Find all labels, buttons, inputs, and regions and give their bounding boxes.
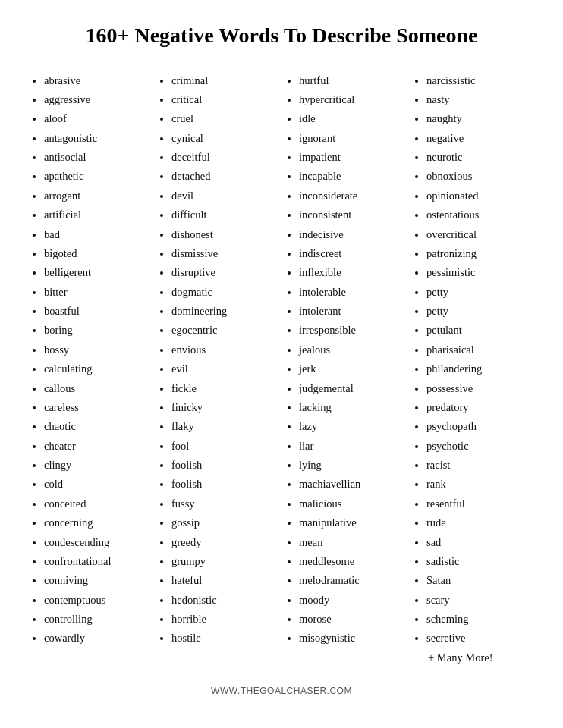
list-item: manipulative [299, 513, 405, 532]
list-item: boastful [44, 302, 150, 321]
list-item: Satan [426, 571, 533, 590]
list-item: detached [171, 167, 278, 186]
list-item: arrogant [44, 187, 150, 206]
list-item: malicious [299, 494, 405, 513]
list-item: egocentric [171, 321, 278, 340]
list-item: conniving [44, 571, 150, 590]
list-item: condescending [44, 533, 150, 552]
list-item: naughty [426, 109, 533, 128]
list-item: moody [299, 591, 405, 610]
list-item: psychotic [426, 437, 533, 456]
plus-more-label: + Many More! [413, 648, 533, 667]
list-item: philandering [426, 359, 533, 378]
list-item: finicky [171, 398, 278, 417]
list-item: careless [44, 398, 150, 417]
list-item: indecisive [299, 225, 405, 244]
list-item: opinionated [426, 187, 533, 206]
list-item: machiavellian [299, 475, 405, 494]
list-item: fussy [171, 494, 278, 513]
list-item: rude [426, 513, 533, 532]
list-item: hurtful [299, 71, 405, 90]
list-item: greedy [171, 533, 278, 552]
list-item: critical [171, 90, 278, 109]
list-item: possessive [426, 379, 533, 398]
list-item: grumpy [171, 552, 278, 571]
list-item: apathetic [44, 167, 150, 186]
list-item: resentful [426, 494, 533, 513]
list-item: intolerant [299, 302, 405, 321]
list-item: abrasive [44, 71, 150, 90]
word-columns: abrasiveaggressivealoofantagonisticantis… [30, 71, 533, 668]
list-item: nasty [426, 90, 533, 109]
list-item: dismissive [171, 244, 278, 263]
list-item: meddlesome [299, 552, 405, 571]
list-item: evil [171, 359, 278, 378]
list-item: jerk [299, 359, 405, 378]
list-item: chaotic [44, 417, 150, 436]
list-item: predatory [426, 398, 533, 417]
list-item: irresponsible [299, 321, 405, 340]
list-item: inflexible [299, 263, 405, 282]
list-item: racist [426, 456, 533, 475]
list-item: criminal [171, 71, 278, 90]
list-item: negative [426, 129, 533, 148]
list-item: petulant [426, 321, 533, 340]
list-item: fool [171, 437, 278, 456]
list-item: judgemental [299, 379, 405, 398]
list-item: petty [426, 283, 533, 302]
list-item: flaky [171, 417, 278, 436]
list-item: inconsiderate [299, 187, 405, 206]
column-2: criminalcriticalcruelcynicaldeceitfuldet… [158, 71, 278, 668]
list-item: deceitful [171, 148, 278, 167]
list-item: fickle [171, 379, 278, 398]
list-item: obnoxious [426, 167, 533, 186]
list-item: indiscreet [299, 244, 405, 263]
list-item: hypercritical [299, 90, 405, 109]
list-item: aloof [44, 109, 150, 128]
list-item: bossy [44, 340, 150, 359]
column-3: hurtfulhypercriticalidleignorantimpatien… [285, 71, 405, 668]
list-item: secretive [426, 629, 533, 648]
list-item: bitter [44, 283, 150, 302]
list-item: envious [171, 340, 278, 359]
list-item: boring [44, 321, 150, 340]
column-1: abrasiveaggressivealoofantagonisticantis… [30, 71, 150, 668]
list-item: cynical [171, 129, 278, 148]
list-item: gossip [171, 513, 278, 532]
list-item: bigoted [44, 244, 150, 263]
list-item: hateful [171, 571, 278, 590]
list-item: foolish [171, 456, 278, 475]
list-item: intolerable [299, 283, 405, 302]
list-item: horrible [171, 610, 278, 629]
page-title: 160+ Negative Words To Describe Someone [30, 23, 533, 49]
list-item: inconsistent [299, 206, 405, 224]
list-item: liar [299, 437, 405, 456]
list-item: antisocial [44, 148, 150, 167]
list-item: dogmatic [171, 283, 278, 302]
list-item: morose [299, 610, 405, 629]
list-item: cheater [44, 437, 150, 456]
list-item: callous [44, 379, 150, 398]
list-item: confrontational [44, 552, 150, 571]
list-item: difficult [171, 206, 278, 224]
column-4: narcissisticnastynaughtynegativeneurotic… [413, 71, 533, 668]
list-item: psychopath [426, 417, 533, 436]
list-item: controlling [44, 610, 150, 629]
list-item: melodramatic [299, 571, 405, 590]
list-item: lying [299, 456, 405, 475]
list-item: calculating [44, 359, 150, 378]
list-item: conceited [44, 494, 150, 513]
list-item: sadistic [426, 552, 533, 571]
list-item: belligerent [44, 263, 150, 282]
list-item: rank [426, 475, 533, 494]
list-item: cruel [171, 109, 278, 128]
list-item: artificial [44, 206, 150, 224]
list-item: lazy [299, 417, 405, 436]
list-item: pessimistic [426, 263, 533, 282]
list-item: patronizing [426, 244, 533, 263]
list-item: antagonistic [44, 129, 150, 148]
list-item: pharisaical [426, 340, 533, 359]
list-item: incapable [299, 167, 405, 186]
list-item: devil [171, 187, 278, 206]
list-item: hostile [171, 629, 278, 648]
